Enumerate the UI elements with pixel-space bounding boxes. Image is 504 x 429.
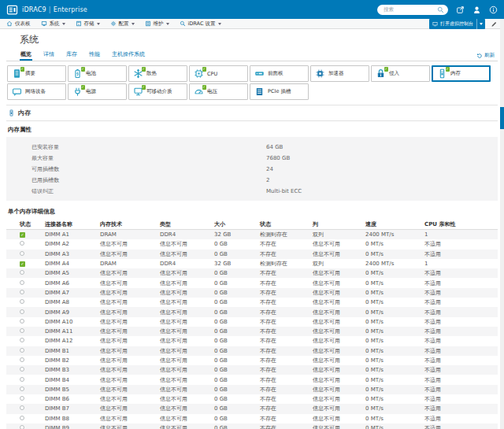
table-row[interactable]: DIMM A7信息不可用信息不可用0 GB不存在信息不可用0 MT/s不适用 xyxy=(6,288,498,298)
dimm-table-body: ✓DIMM A1DRAMDDR432 GB检测到存在双列2400 MT/s1DI… xyxy=(6,230,498,429)
table-cell: DRAM xyxy=(100,231,160,238)
table-cell: 不适用 xyxy=(424,405,498,412)
refresh-link[interactable]: 刷新 xyxy=(476,52,495,61)
component-button[interactable]: 加速器 xyxy=(310,65,369,82)
table-row[interactable]: DIMM A12信息不可用信息不可用0 GB不存在信息不可用0 MT/s不适用 xyxy=(6,336,498,346)
table-cell: 不适用 xyxy=(424,240,498,248)
dimm-status-cell xyxy=(20,328,45,335)
help-icon[interactable] xyxy=(489,6,498,14)
table-cell: 不适用 xyxy=(424,415,498,423)
table-cell: 信息不可用 xyxy=(313,337,365,345)
table-cell: 0 MT/s xyxy=(365,367,424,373)
shortcut-icon[interactable] xyxy=(456,6,465,14)
table-row[interactable]: DIMM B2信息不可用信息不可用0 GB不存在信息不可用0 MT/s不适用 xyxy=(6,356,498,365)
table-row[interactable]: DIMM A6信息不可用信息不可用0 GB不存在信息不可用0 MT/s不适用 xyxy=(6,278,498,287)
component-label: 可移动介质 xyxy=(146,88,172,95)
table-cell: 0 MT/s xyxy=(365,280,424,287)
table-cell: DIMM B2 xyxy=(45,357,100,364)
table-row[interactable]: DIMM A10信息不可用信息不可用0 GB不存在信息不可用0 MT/s不适用 xyxy=(6,317,498,327)
table-row[interactable]: DIMM A9信息不可用信息不可用0 GB不存在信息不可用0 MT/s不适用 xyxy=(6,307,498,316)
table-row[interactable]: DIMM B6信息不可用信息不可用0 GB不存在信息不可用0 MT/s不适用 xyxy=(6,394,498,404)
property-label: 已用插槽数 xyxy=(6,176,266,184)
table-cell: 信息不可用 xyxy=(313,269,365,277)
scrollbar-thumb[interactable] xyxy=(500,107,504,129)
cpu-icon xyxy=(194,74,204,80)
page-scrollbar[interactable] xyxy=(500,19,504,429)
table-cell: 信息不可用 xyxy=(313,279,365,287)
table-row[interactable]: DIMM A5信息不可用信息不可用0 GB不存在信息不可用0 MT/s不适用 xyxy=(6,268,498,278)
component-button[interactable]: PCIe 插槽 xyxy=(250,83,309,100)
idrac-logo-icon xyxy=(6,4,18,16)
component-button[interactable]: ✓电池 xyxy=(68,65,127,82)
property-value: 24 xyxy=(266,166,273,172)
table-cell: 2400 MT/s xyxy=(365,261,424,267)
component-button[interactable]: ✓电源 xyxy=(68,83,127,100)
tab-active[interactable]: 概览 xyxy=(20,49,32,61)
component-button[interactable]: ✓可移动介质 xyxy=(128,83,187,100)
status-unknown-icon xyxy=(20,328,24,333)
table-cell: 信息不可用 xyxy=(313,318,365,326)
component-button[interactable]: ✓侵入 xyxy=(371,65,430,82)
table-row[interactable]: DIMM B7信息不可用信息不可用0 GB不存在信息不可用0 MT/s不适用 xyxy=(6,404,498,413)
dimm-status-cell xyxy=(20,270,45,276)
table-row[interactable]: DIMM B1信息不可用信息不可用0 GB不存在信息不可用0 MT/s不适用 xyxy=(6,346,498,356)
table-row[interactable]: DIMM B4信息不可用信息不可用0 GB不存在信息不可用0 MT/s不适用 xyxy=(6,375,498,384)
nav-item[interactable]: 仪表板 xyxy=(6,20,31,28)
chevron-down-icon xyxy=(480,23,483,25)
component-button[interactable]: ✓摘要 xyxy=(7,65,66,82)
nav-item[interactable]: 存储 xyxy=(76,20,100,28)
tab-item[interactable]: 库存 xyxy=(65,49,78,61)
table-cell: 信息不可用 xyxy=(313,289,365,297)
nav-item[interactable]: 配置 xyxy=(110,20,135,28)
table-cell: 0 GB xyxy=(214,251,260,257)
nav-item[interactable]: 维护 xyxy=(145,20,169,28)
tab-item[interactable]: 详情 xyxy=(43,49,55,61)
table-cell: 信息不可用 xyxy=(100,309,160,316)
dimm-status-cell xyxy=(20,309,45,316)
table-row[interactable]: DIMM A3信息不可用信息不可用0 GB不存在信息不可用0 MT/s不适用 xyxy=(6,250,498,259)
property-label: 可用插槽数 xyxy=(6,165,266,173)
table-cell: 不存在 xyxy=(260,347,313,355)
tab-item[interactable]: 性能 xyxy=(88,49,101,61)
component-button[interactable]: 网络设备 xyxy=(7,83,66,100)
search-icon[interactable] xyxy=(437,6,444,13)
status-unknown-icon xyxy=(20,241,24,246)
status-unknown-icon xyxy=(20,386,24,391)
table-row[interactable]: DIMM B9信息不可用信息不可用0 GB不存在信息不可用0 MT/s不适用 xyxy=(6,423,498,429)
refresh-label: 刷新 xyxy=(484,52,495,59)
table-row[interactable]: DIMM A8信息不可用信息不可用0 GB不存在信息不可用0 MT/s不适用 xyxy=(6,298,498,307)
table-cell: 不适用 xyxy=(424,289,498,297)
table-cell: 信息不可用 xyxy=(313,415,365,423)
table-cell: 32 GB xyxy=(214,231,260,238)
table-row[interactable]: DIMM B5信息不可用信息不可用0 GB不存在信息不可用0 MT/s不适用 xyxy=(6,385,498,394)
table-row[interactable]: DIMM B8信息不可用信息不可用0 GB不存在信息不可用0 MT/s不适用 xyxy=(6,414,498,423)
table-cell: 信息不可用 xyxy=(160,327,214,335)
table-cell: 0 MT/s xyxy=(365,290,424,296)
table-cell: 信息不可用 xyxy=(313,250,365,258)
component-button[interactable]: 前面板 xyxy=(250,65,309,82)
component-label: 散热 xyxy=(146,70,157,77)
component-button[interactable]: ✓电压 xyxy=(189,83,248,100)
open-virtual-console-button[interactable]: 打开虚拟控制台 xyxy=(429,19,485,29)
console-dropdown-toggle[interactable] xyxy=(476,19,485,29)
user-icon[interactable] xyxy=(472,6,481,14)
table-row[interactable]: ✓DIMM A4DRAMDDR432 GB检测到存在双列2400 MT/s1 xyxy=(6,259,498,268)
table-row[interactable]: DIMM B3信息不可用信息不可用0 GB不存在信息不可用0 MT/s不适用 xyxy=(6,365,498,375)
table-row[interactable]: ✓DIMM A1DRAMDDR432 GB检测到存在双列2400 MT/s1 xyxy=(6,230,498,239)
status-unknown-icon xyxy=(20,396,24,401)
table-row[interactable]: DIMM A11信息不可用信息不可用0 GB不存在信息不可用0 MT/s不适用 xyxy=(6,327,498,336)
status-unknown-icon xyxy=(20,357,24,362)
table-cell: 信息不可用 xyxy=(160,347,214,355)
nav-item[interactable]: iDRAC 设置 xyxy=(180,20,221,28)
tab-item[interactable]: 主机操作系统 xyxy=(111,49,146,61)
table-row[interactable]: DIMM A2信息不可用信息不可用0 GB不存在信息不可用0 MT/s不适用 xyxy=(6,239,498,249)
table-cell: 0 GB xyxy=(214,425,260,429)
front-panel-icon xyxy=(254,74,265,80)
component-button[interactable]: ✓散热 xyxy=(128,65,187,82)
component-button[interactable]: ✓内存 xyxy=(432,65,491,82)
nav-item-label: 存储 xyxy=(84,20,94,28)
component-button[interactable]: ✓CPU xyxy=(189,65,248,82)
nav-item[interactable]: 系统 xyxy=(41,20,65,28)
edit-pencil-icon[interactable] xyxy=(491,20,498,28)
component-label: 电压 xyxy=(207,88,217,95)
